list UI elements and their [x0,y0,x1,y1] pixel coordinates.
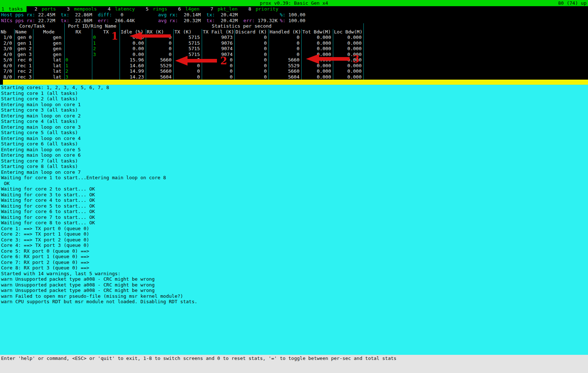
cell-tot: 0.000 [302,52,333,57]
log-line: Waiting for core 4 to start... OK [1,197,588,203]
tab-label: rings [153,6,167,12]
column-header: Handled (K) [269,29,302,35]
tab-mempools[interactable]: 3mempools [67,6,97,12]
log-line: Waiting for core 7 to start... OK [1,214,588,220]
host-pps-avg: avg rx: 20.14M tx: 20.42M [158,12,238,18]
cell-rxk: 0 [146,52,174,57]
cell-txk: 5715 [174,35,202,40]
cell-rxk: 5529 [146,63,174,69]
cell-nb: 7/0 [0,68,15,74]
cell-tot: 0.000 [302,35,333,40]
tab-rings[interactable]: 5rings [146,6,167,12]
tab-number: 5 [146,6,150,12]
tab-priority[interactable]: 8priority [249,6,278,12]
table-group-header: Core/TaskPort ID/Ring NameStatistics per… [0,23,588,29]
tab-pkt_len[interactable]: 7pkt_len [210,6,238,12]
cell-mode: lat [33,57,65,63]
cell-nb: 4/0 [0,52,15,57]
stat-label: err: [92,18,115,23]
log-line: Starting core 4 (all tasks) [1,119,588,124]
column-header: Nb [0,29,15,35]
stat-label: tx: [55,18,75,23]
cell-tx [92,74,120,80]
tab-l4gen[interactable]: 6l4gen [178,6,200,12]
cell-rx [65,40,92,46]
cell-rxk: 0 [146,35,174,40]
log-line: Waiting for core 8 to start... OK [1,220,588,226]
log-line: Starting core 8 (all tasks) [1,164,588,169]
cell-discard: 0 [235,74,269,80]
log-line: Started with 14 warnings, last 5 warning… [1,271,588,277]
host-pps-percent: %: 100.00 [280,12,305,18]
cell-rx: 0 [65,57,92,63]
stat-label: tx: [55,12,75,17]
cell-idle: 14.23 [120,74,146,80]
stat-label: avg rx: [158,12,184,17]
cell-idle: 0.00 [120,52,146,57]
tab-latency[interactable]: 4latency [108,6,135,12]
cell-nb: 8/0 [0,74,15,80]
cell-discard: 0 [235,35,269,40]
cell-mode: lat [33,74,65,80]
tab-label: l4gen [185,6,200,12]
log-output: Starting cores: 1, 2, 3, 4, 5, 6, 7, 8St… [0,85,588,355]
log-line: Entering main loop on core 5 [1,147,588,153]
cell-rxk: 5660 [146,57,174,63]
log-line: Core 7: RX port 2 (queue 0) ==> [1,260,588,265]
cell-txk: 0 [174,68,202,74]
cell-discard: 0 [235,63,269,69]
stat-value: 22.86M [75,12,92,17]
cell-txfail: 9076 [202,40,235,46]
log-line: Entering main loop on core 3 [1,124,588,130]
cell-handled: 5660 [269,68,302,74]
command-bar[interactable]: Enter 'help' or command, <ESC> or 'quit'… [0,355,588,373]
table-row: 1/0gen 0gen00.00057159073000.0000.000 [0,35,588,40]
stat-value: 20.14M [184,12,201,17]
host-pps-main: Host pps rx: 22.45M tx: 22.86M diff: 0 [1,12,124,18]
column-header: RX (K) [146,29,174,35]
tab-label: pkt_len [218,6,238,12]
cell-tx: 3 [92,52,120,57]
cell-idle: 0.00 [120,40,146,46]
cell-discard: 0 [235,57,269,63]
cell-tx: 1 [92,40,120,46]
stat-value: 22.86M [75,18,92,23]
stat-label: NICs pps rx: [1,18,38,23]
cell-rx: 1 [65,63,92,69]
command-help-text: Enter 'help' or command, <ESC> or 'quit'… [0,355,588,361]
tab-tasks[interactable]: 1tasks [0,6,27,12]
cell-rx: 2 [65,68,92,74]
table-row: 4/0gen 3gen30.00057159074000.0000.000 [0,52,588,57]
nics-pps-avg: avg rx: 20.32M tx: 20.42M err: 179.32K [158,18,278,24]
stat-value: 266.44K [115,18,135,23]
log-line: Waiting for core 2 to start... OK [1,186,588,192]
log-line: Starting core 6 (all tasks) [1,141,588,147]
cell-discard: 0 [235,46,269,52]
log-line: warn CPU supports RDT but msr module not… [1,299,588,305]
cell-rx [65,35,92,40]
stat-label: err: [238,18,258,23]
cell-tot: 0.000 [302,63,333,69]
tab-ports[interactable]: 2ports [35,6,56,12]
cell-name: gen 3 [15,52,33,57]
cell-txfail: 0 [202,68,235,74]
stat-value: 22.45M [38,12,55,17]
cell-name: gen 2 [15,46,33,52]
table-row: 8/0rec 3lat314.23560400056040.0000.000 [0,74,588,80]
log-line: Entering main loop on core 2 [1,113,588,119]
log-line: Core 5: RX port 0 (queue 0) ==> [1,248,588,254]
log-line: Waiting for core 6 to start... OK [1,209,588,214]
cell-tot: 0.000 [302,40,333,46]
cell-txfail: 9074 [202,52,235,57]
cell-name: rec 0 [15,57,33,63]
cell-rx [65,46,92,52]
table-row: 5/0rec 0lat015.96566000056600.0000.000 [0,57,588,63]
cell-txfail: 0 [202,74,235,80]
cell-txk: 5715 [174,40,202,46]
nics-pps-line: NICs pps rx: 22.72M tx: 22.86M err: 266.… [0,18,588,24]
cell-loc: 0.000 [333,68,364,74]
cell-loc: 0.000 [333,74,364,80]
prox-terminal: prox v0.39: Basic Gen x4 80 (74) up 1tas… [0,0,588,373]
cell-idle: 0.00 [120,35,146,40]
column-header: TX Fail (K) [202,29,235,35]
